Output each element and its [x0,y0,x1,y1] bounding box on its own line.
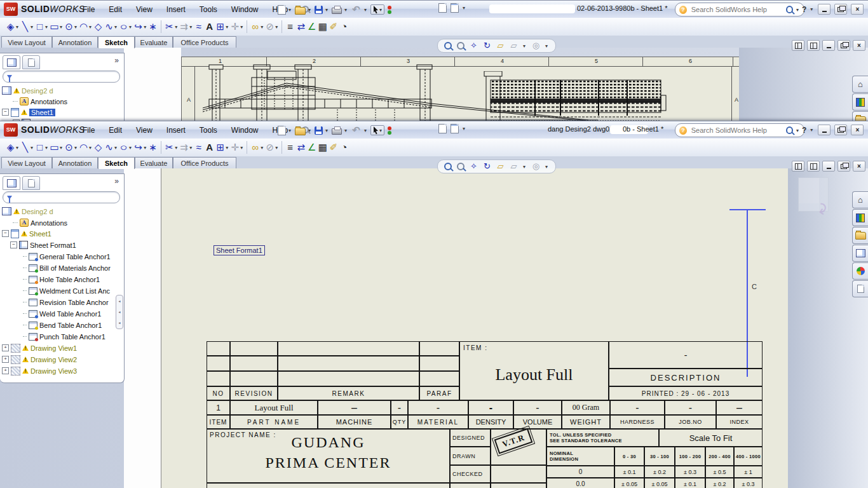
tree-item-sheet1[interactable]: Sheet1 [2,228,51,239]
expand-box[interactable] [2,367,9,374]
fillet-icon[interactable]: ↪ [133,20,144,34]
tree-item-weld-table-anchor[interactable]: Weld Table Anchor1 [23,308,101,319]
print-icon[interactable] [332,8,342,14]
featuremanager-tab[interactable] [3,176,20,190]
print-icon[interactable] [332,128,342,135]
design-library-icon[interactable] [852,209,868,226]
menu-view[interactable]: View [136,126,153,135]
note-icon[interactable]: ✐ [328,140,339,154]
menu-view[interactable]: View [136,5,153,14]
circle-icon[interactable]: ⊙ [64,20,74,34]
polygon-icon[interactable]: ◇ [93,140,104,154]
doc-restore-button[interactable] [837,40,850,51]
display-pane-icon[interactable] [451,3,459,13]
new-dropdown[interactable]: ▾ [288,7,291,13]
doc-minimize-button[interactable] [822,161,835,172]
zoom-fit-icon[interactable] [444,163,452,170]
tab-view-layout[interactable]: View Layout [1,157,52,168]
select-tool[interactable]: ▾ [370,125,384,135]
tab-sketch[interactable]: Sketch [98,36,135,48]
file-explorer-icon[interactable] [852,111,868,121]
tree-item-bom-anchor[interactable]: Bill of Materials Anchor [23,262,111,273]
slot-icon[interactable]: ▭ [49,140,60,154]
new-document-icon[interactable] [278,126,286,135]
tab-evaluate[interactable]: Evaluate [135,36,173,48]
tab-annotation[interactable]: Annotation [52,36,98,48]
zoom-fit-icon[interactable] [444,42,452,50]
trim-entities-icon[interactable]: ✂ [164,140,175,154]
menu-window[interactable]: Window [231,126,259,135]
save-dropdown[interactable]: ▾ [325,128,328,133]
pane-split-right-icon[interactable] [807,161,820,172]
no-solve-icon[interactable]: ⊘ [264,20,275,34]
grid-icon[interactable]: ▦ [317,20,328,34]
search-icon[interactable] [786,126,793,134]
convert-entities-icon[interactable]: ⇉ [179,20,189,34]
tree-item-weldment-cutlist-anchor[interactable]: Weldment Cut List Anc [23,285,110,296]
properties-icon[interactable] [438,3,447,13]
line-icon[interactable]: ╲ [20,140,31,154]
rectangle-icon[interactable]: □ [34,20,45,34]
minimize-button[interactable] [818,125,831,135]
spline-icon[interactable]: ∿ [104,140,114,154]
tab-sketch[interactable]: Sketch [98,157,135,169]
doc-close-button[interactable]: × [853,40,865,51]
minimize-button[interactable] [818,4,831,15]
line-icon[interactable]: ╲ [20,20,31,34]
custom-properties-icon[interactable] [852,280,868,297]
help-dropdown[interactable]: ▾ [810,6,813,12]
close-button[interactable]: × [851,4,864,15]
flip-icon[interactable]: ⇄ [295,140,306,154]
display-style-icon[interactable]: ◎ [532,39,540,53]
search-input[interactable] [690,5,783,14]
sketch-icon[interactable]: ◈ [5,20,16,34]
circle-icon[interactable]: ⊙ [64,140,74,154]
menu-insert[interactable]: Insert [166,5,186,14]
angle-icon[interactable]: ∠ [306,140,317,154]
quick-snaps-icon[interactable]: ≡ [285,140,295,154]
panel-flyout-handle[interactable]: ◄ ◄ ◄ [116,295,123,329]
doc-restore-button[interactable] [837,161,850,172]
restore-button[interactable] [834,4,847,15]
help-icon[interactable]: ? [802,126,806,135]
display-relations-icon[interactable]: ∞ [250,140,261,154]
search-dropdown[interactable]: ▾ [796,128,799,133]
collapse-box[interactable] [10,241,17,248]
menu-window[interactable]: Window [231,5,259,14]
angle-icon[interactable]: ∠ [306,20,317,34]
pane-split-left-icon[interactable] [792,161,804,172]
trim-entities-icon[interactable]: ✂ [164,20,175,34]
no-solve-icon[interactable]: ⊘ [264,140,275,154]
collapse-box[interactable] [2,109,9,116]
doc-minimize-button[interactable] [822,40,835,51]
tab-evaluate[interactable]: Evaluate [135,157,173,168]
tree-item-punch-table-anchor[interactable]: Punch Table Anchor1 [23,331,105,342]
search-input[interactable] [690,126,783,135]
convert-entities-icon[interactable]: ⇉ [179,140,189,154]
ellipse-icon[interactable]: ○ [116,20,131,34]
rectangle-icon[interactable]: □ [34,140,45,154]
menu-insert[interactable]: Insert [166,126,186,135]
move-entities-icon[interactable]: ✛ [229,20,240,34]
new-document-icon[interactable] [278,5,286,15]
previous-view-icon[interactable]: ✧ [470,159,478,173]
drawing-view2-truss-elevation[interactable] [480,71,668,121]
propertymanager-tab[interactable] [22,55,40,69]
new-dropdown[interactable]: ▾ [288,128,291,133]
tree-item-general-table-anchor[interactable]: General Table Anchor1 [23,251,111,262]
spline-icon[interactable]: ∿ [104,20,114,34]
open-dropdown[interactable]: ▾ [308,7,311,13]
resources-home-icon[interactable]: ⌂ [852,76,868,93]
note-icon[interactable]: ✐ [328,20,339,34]
rotate-view-icon[interactable]: ↻ [483,159,491,173]
3d-drawing-view-icon[interactable]: ▱ [496,159,505,173]
display-style-icon[interactable]: ◎ [532,159,540,173]
3d-drawing-view-icon[interactable]: ▱ [496,39,505,53]
resources-home-icon[interactable]: ⌂ [852,191,868,208]
menu-file[interactable]: File [83,126,95,135]
doc-close-button[interactable]: × [853,161,865,172]
undo-icon[interactable]: ↶ [351,3,362,17]
propertymanager-tab[interactable] [22,176,40,190]
search-icon[interactable] [786,6,793,13]
flip-icon[interactable]: ⇄ [295,20,306,34]
